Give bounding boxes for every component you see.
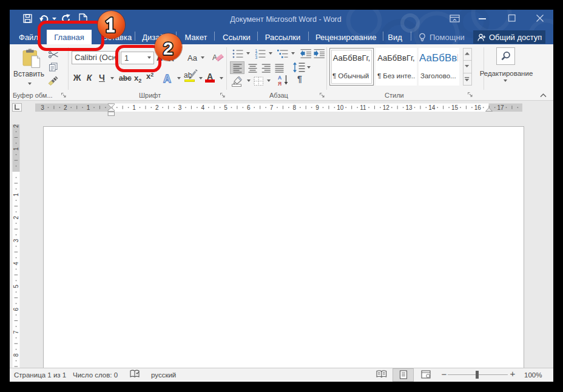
svg-text:2: 2 bbox=[163, 38, 174, 58]
svg-text:5: 5 bbox=[224, 104, 228, 111]
svg-text:4: 4 bbox=[201, 104, 205, 111]
svg-text:8: 8 bbox=[293, 104, 297, 111]
svg-text:1: 1 bbox=[132, 104, 136, 111]
svg-text:14: 14 bbox=[428, 104, 436, 111]
svg-text:6: 6 bbox=[247, 104, 251, 111]
svg-text:7: 7 bbox=[270, 104, 274, 111]
svg-text:17: 17 bbox=[497, 104, 504, 111]
svg-text:2: 2 bbox=[64, 104, 67, 111]
svg-text:А: А bbox=[163, 73, 171, 85]
svg-text:А: А bbox=[278, 75, 282, 81]
svg-text:12: 12 bbox=[383, 104, 390, 111]
svg-text:1: 1 bbox=[13, 147, 19, 150]
svg-text:6: 6 bbox=[13, 307, 19, 311]
svg-text:1: 1 bbox=[87, 104, 90, 111]
svg-text:А: А bbox=[212, 53, 217, 62]
svg-text:15: 15 bbox=[451, 104, 459, 111]
svg-text:2: 2 bbox=[155, 104, 159, 111]
svg-text:3: 3 bbox=[178, 104, 182, 111]
svg-text:3: 3 bbox=[41, 104, 44, 111]
svg-text:1: 1 bbox=[13, 193, 19, 197]
svg-text:3: 3 bbox=[13, 238, 19, 242]
svg-text:2: 2 bbox=[13, 124, 19, 127]
svg-text:4: 4 bbox=[13, 262, 19, 265]
svg-text:9: 9 bbox=[315, 104, 319, 111]
svg-text:10: 10 bbox=[337, 104, 344, 111]
svg-text:11: 11 bbox=[360, 104, 366, 111]
svg-text:13: 13 bbox=[405, 104, 413, 111]
svg-text:Я: Я bbox=[278, 81, 282, 87]
svg-text:2: 2 bbox=[13, 215, 19, 219]
svg-text:3: 3 bbox=[255, 55, 257, 59]
svg-text:5: 5 bbox=[13, 285, 19, 288]
svg-text:7: 7 bbox=[13, 330, 19, 334]
svg-text:8: 8 bbox=[13, 353, 19, 357]
svg-text:16: 16 bbox=[474, 104, 482, 111]
